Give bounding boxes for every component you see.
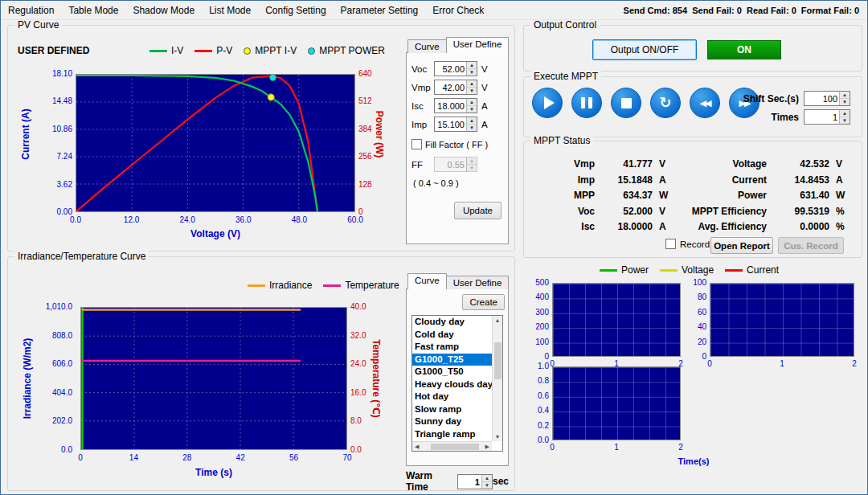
tab-curve[interactable]: Curve (407, 273, 447, 289)
mppt-status-row: Imp 15.1848 A Current 14.8453 A (532, 174, 855, 186)
mppt-status-row: MPP 634.37 W Power 631.40 W (532, 190, 855, 201)
ytick-label: 384 (358, 125, 372, 133)
scrollbar-thumb[interactable] (494, 342, 502, 379)
update-button[interactable]: Update (454, 202, 502, 219)
spin-up-icon[interactable]: ▲ (840, 92, 850, 99)
list-item[interactable]: Hot day (412, 391, 492, 403)
param-spinner[interactable]: 15.100 ▲▼ (434, 117, 477, 132)
tab-user-define[interactable]: User Define (446, 37, 510, 53)
spin-down-icon[interactable]: ▼ (467, 88, 477, 94)
xtick-label: 1 (776, 359, 788, 368)
list-item[interactable]: Cold day (412, 329, 492, 342)
param-spinner[interactable]: 42.00 ▲▼ (434, 80, 477, 95)
tab-curve[interactable]: Curve (407, 39, 447, 53)
spinner-buttons: ▲▼ (466, 99, 477, 112)
warm-time-value[interactable]: 1 (458, 475, 481, 489)
status-label: MPPT Efficiency (677, 206, 767, 217)
spin-up-icon[interactable]: ▲ (467, 80, 477, 88)
menu-item[interactable]: Error Check (425, 2, 491, 19)
spinner-buttons: ▲▼ (466, 62, 477, 76)
monitor1-yticks: 5004003002001000 (525, 279, 549, 361)
param-value[interactable]: 18.000 (435, 99, 466, 112)
param-row: Vmp 42.00 ▲▼ V (411, 80, 503, 95)
param-spinner[interactable]: 18.000 ▲▼ (434, 98, 477, 113)
spinner-buttons: ▲▼ (839, 92, 850, 105)
list-item[interactable]: G1000_T25 (412, 354, 492, 366)
spin-down-icon[interactable]: ▼ (840, 99, 850, 105)
record-checkbox[interactable] (665, 239, 676, 249)
list-item[interactable]: Heavy clouds day (412, 378, 492, 391)
ytick-label: 14.48 (52, 97, 72, 105)
monitor-legend-item: Current (725, 264, 779, 276)
list-item[interactable]: G1000_T50 (412, 366, 492, 378)
legend-label: P-V (216, 45, 232, 56)
menu-item[interactable]: Config Setting (258, 2, 333, 19)
scroll-down-icon[interactable]: ▼ (495, 432, 501, 441)
pv-power-ticks: 6405123842561280 (358, 70, 386, 216)
spin-up-icon[interactable]: ▲ (467, 62, 477, 69)
spin-up-icon[interactable]: ▲ (840, 110, 850, 117)
stop-button[interactable] (611, 88, 641, 118)
status-label: Imp (532, 174, 595, 186)
create-button[interactable]: Create (462, 294, 505, 310)
list-item[interactable]: Slow ramp (412, 403, 492, 416)
menu-item[interactable]: Parameter Setting (334, 2, 426, 19)
times-spinner[interactable]: 1 ▲▼ (804, 109, 850, 125)
list-item[interactable]: Fast ramp (412, 341, 492, 354)
xtick-label: 0.0 (63, 215, 88, 224)
pv-current-ticks: 18.1014.4810.867.243.620.00 (29, 70, 72, 216)
open-report-button[interactable]: Open Report (710, 237, 773, 254)
xtick-label: 2 (674, 443, 687, 452)
menu-item[interactable]: Table Mode (61, 2, 125, 19)
profile-listbox[interactable]: Cloudy day Cold day Fast ramp G1000_T25 … (411, 315, 503, 452)
shift-sec-value[interactable]: 100 (805, 92, 839, 105)
list-item[interactable]: Cloudy day (412, 316, 492, 329)
mppt-status-row: Isc 18.0000 A Avg. Efficiency 0.0000 % (532, 221, 855, 232)
menu-item[interactable]: Regulation (1, 2, 61, 19)
spin-down-icon[interactable]: ▼ (840, 117, 850, 124)
scroll-right-icon[interactable]: ▶ (483, 444, 492, 450)
status-label: Voc (532, 206, 595, 217)
loop-button[interactable]: ↻ (650, 88, 681, 118)
times-value[interactable]: 1 (805, 110, 839, 124)
output-onoff-button[interactable]: Output ON/OFF (592, 39, 697, 60)
legend-label: I-V (171, 45, 183, 56)
param-value[interactable]: 15.100 (435, 117, 466, 131)
param-value[interactable]: 52.00 (435, 62, 466, 76)
spin-down-icon[interactable]: ▼ (467, 69, 477, 76)
rewind-button[interactable]: ◀◀ (690, 88, 720, 118)
scroll-left-icon[interactable]: ◀ (412, 444, 421, 450)
shift-sec-spinner[interactable]: 100 ▲▼ (804, 91, 850, 106)
status-label: Isc (532, 221, 595, 232)
pv-params-tabbody: Voc 52.00 ▲▼ V Vmp 42.00 ▲▼ (406, 52, 509, 244)
param-value[interactable]: 42.00 (435, 80, 466, 94)
spin-down-icon[interactable]: ▼ (482, 482, 492, 489)
pause-button[interactable] (571, 88, 602, 118)
menu-item[interactable]: List Mode (202, 2, 258, 19)
ytick-label: 40 (698, 323, 706, 331)
ytick-label: 202.0 (52, 417, 72, 425)
menu-item[interactable]: Shadow Mode (125, 2, 202, 19)
legend-swatch-icon (600, 269, 617, 272)
spin-up-icon[interactable]: ▲ (467, 117, 477, 125)
scroll-up-icon[interactable]: ▲ (495, 316, 501, 325)
fill-factor-label: Fill Factor ( FF ) (425, 140, 488, 149)
warm-time-spinner[interactable]: 1 ▲▼ (457, 474, 493, 489)
param-spinner[interactable]: 52.00 ▲▼ (434, 61, 477, 76)
profile-tabcontrol: Curve User Define Create Cloudy day Cold… (406, 273, 509, 466)
play-button[interactable] (532, 88, 563, 118)
spin-up-icon[interactable]: ▲ (482, 475, 492, 482)
list-item[interactable]: Triangle ramp (412, 428, 492, 441)
vertical-scrollbar[interactable]: ▲ ▼ (492, 316, 502, 441)
monitor-xaxis-title: Time(s) (523, 456, 864, 466)
horizontal-scrollbar[interactable]: ◀ ▶ (412, 441, 492, 451)
tab-user-define[interactable]: User Define (446, 276, 510, 289)
list-item[interactable]: Sunny day (412, 415, 492, 428)
fill-factor-checkbox[interactable] (411, 139, 422, 149)
ytick-label: 512 (358, 97, 372, 105)
pv-param-rows: Voc 52.00 ▲▼ V Vmp 42.00 ▲▼ (411, 61, 503, 132)
spin-up-icon[interactable]: ▲ (467, 99, 477, 106)
spin-down-icon[interactable]: ▼ (467, 125, 477, 131)
spin-down-icon[interactable]: ▼ (467, 106, 477, 112)
scrollbar-thumb[interactable] (431, 444, 479, 450)
